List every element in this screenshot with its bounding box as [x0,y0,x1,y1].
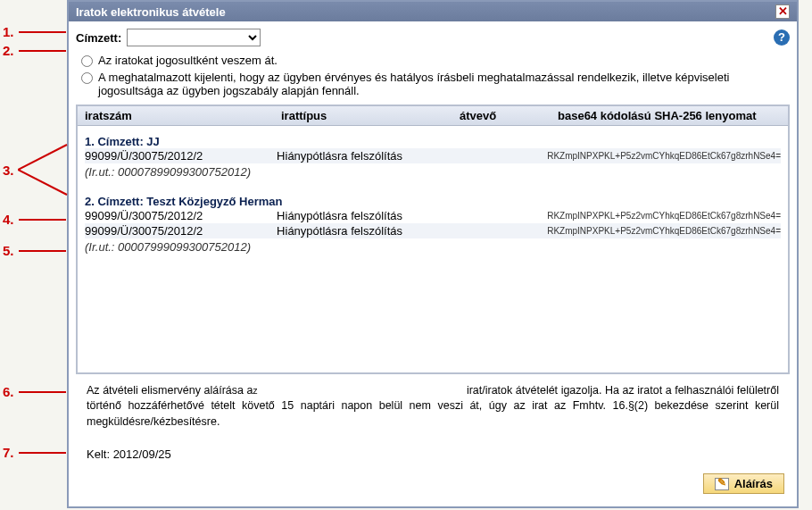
svg-line-1 [18,170,67,195]
sign-button[interactable]: Aláírás [703,473,784,494]
content-area: Címzett: ? Az iratokat jogosultként vesz… [69,21,797,506]
cimzett-label: Címzett: [76,31,121,45]
annotation-layer: 1. 2. 3. 4. 5. 6. 7. [0,0,67,510]
svg-line-0 [18,145,67,170]
annotation-5: 5. [3,243,14,258]
footer-text: Az átvételi elismervény aláírása az irat… [76,374,790,434]
cell-sha: RKZmpINPXPKL+P5z2vmCYhkqED86EtCk67g8zrhN… [547,211,781,221]
cimzett-row: Címzett: [76,29,261,46]
annotation-6: 6. [3,384,14,399]
radio-jogosult[interactable] [81,55,93,67]
kelt-label: Kelt: [87,447,110,461]
kelt-row: Kelt: 2012/09/25 [76,433,790,468]
group-header-2: 2. Címzett: Teszt Közjegyző Herman [85,195,781,208]
annotation-3: 3. [3,163,14,178]
cell-irattipus: Hiánypótlásra felszólítás [277,224,452,238]
radio-jogosult-label: Az iratokat jogosultként veszem át. [98,54,278,67]
th-sha: base64 kódolású SHA-256 lenyomat [551,106,788,125]
radio-row-1[interactable]: Az iratokat jogosultként veszem át. [81,54,790,67]
th-atvevo: átvevő [452,106,551,125]
cell-iratszam: 99099/Ü/30075/2012/2 [85,209,277,222]
help-icon[interactable]: ? [774,29,790,46]
cell-irattipus: Hiánypótlásra felszólítás [277,209,452,222]
annotation-4: 4. [3,212,14,227]
th-iratszam: iratszám [78,106,274,125]
annotation-2: 2. [3,43,14,58]
irut-2: (Ir.ut.: 00007999099300752012) [85,240,781,254]
action-bar: Aláírás [76,468,790,499]
cell-sha: RKZmpINPXPKL+P5z2vmCYhkqED86EtCk67g8zrhN… [547,151,781,161]
sign-button-label: Aláírás [734,477,773,490]
dialog-window: Iratok elektronikus átvétele ✕ Címzett: … [67,0,799,508]
radio-row-2[interactable]: A meghatalmazott kijelenti, hogy az ügyb… [81,71,790,97]
radio-meghatalmazott[interactable] [81,72,93,84]
kelt-date: 2012/09/25 [113,447,171,461]
group-header-1: 1. Címzett: JJ [85,135,781,148]
window-title: Iratok elektronikus átvétele [76,5,226,19]
cell-iratszam: 99099/Ü/30075/2012/2 [85,149,277,163]
annotation-7: 7. [3,445,14,460]
cell-iratszam: 99099/Ü/30075/2012/2 [85,224,277,238]
irut-1: (Ir.ut.: 00007899099300752012) [85,165,781,179]
table-row: 99099/Ü/30075/2012/2 Hiánypótlásra felsz… [85,208,781,223]
table-row: 99099/Ü/30075/2012/2 Hiánypótlásra felsz… [85,223,781,238]
cell-irattipus: Hiánypótlásra felszólítás [277,149,452,163]
annotation-1: 1. [3,24,14,39]
radio-meghatalmazott-label: A meghatalmazott kijelenti, hogy az ügyb… [98,71,790,97]
top-row: Címzett: ? [76,29,790,46]
table-header: iratszám irattípus átvevő base64 kódolás… [78,106,788,126]
table-row: 99099/Ü/30075/2012/2 Hiánypótlásra felsz… [85,148,781,163]
titlebar: Iratok elektronikus átvétele ✕ [69,2,797,21]
close-button[interactable]: ✕ [775,4,790,19]
table-body: 1. Címzett: JJ 99099/Ü/30075/2012/2 Hián… [78,126,788,372]
sign-icon [715,478,729,490]
documents-table: iratszám irattípus átvevő base64 kódolás… [76,105,790,374]
cell-sha: RKZmpINPXPKL+P5z2vmCYhkqED86EtCk67g8zrhN… [547,226,781,236]
cimzett-select[interactable] [127,29,261,46]
th-irattipus: irattípus [274,106,452,125]
